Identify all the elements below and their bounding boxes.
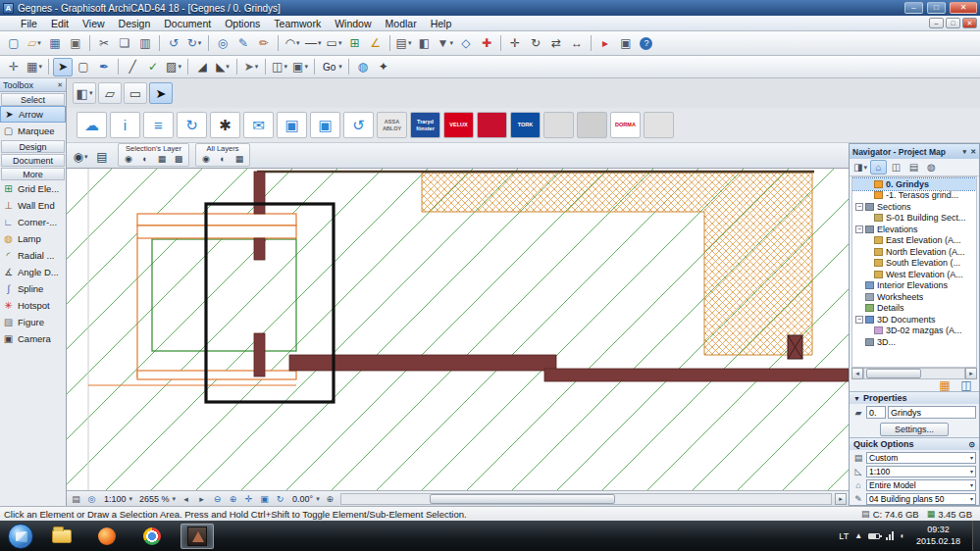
favorites-icon[interactable]: ◧▾ — [73, 82, 96, 104]
brand-red-logo-icon[interactable] — [477, 112, 507, 138]
tree-item-sections[interactable]: −Sections — [852, 201, 976, 213]
all-layers-lock-icon[interactable]: ▦ — [232, 153, 246, 165]
publisher-icon[interactable]: ◍ — [923, 160, 940, 175]
guide-lines-icon[interactable]: ∠ — [366, 34, 386, 53]
settings-button[interactable]: Settings... — [880, 423, 949, 436]
cut-icon[interactable]: ✂ — [94, 34, 114, 53]
toolbox-group-design[interactable]: Design — [1, 140, 65, 153]
toolbox-item-hotspot[interactable]: ✳Hotspot — [0, 297, 66, 314]
confirm-icon[interactable]: ✓ — [143, 58, 163, 76]
gravity-icon[interactable]: ▼▾ — [436, 34, 455, 53]
fill-pen-icon[interactable]: ▨▾ — [164, 58, 183, 76]
tray-expand-icon[interactable]: ▲ — [854, 531, 862, 540]
marquee-tool-icon[interactable]: ▢ — [74, 58, 93, 76]
virtual-trace-icon[interactable]: ▣▾ — [290, 58, 310, 76]
sync-icon[interactable]: ↺ — [343, 112, 374, 138]
selection-layer-hide-icon[interactable]: ▩ — [172, 153, 185, 165]
toolbox-item-arrow[interactable]: ➤Arrow — [0, 106, 66, 123]
menu-window[interactable]: Window — [328, 16, 378, 30]
assa-abloy-logo-icon[interactable]: ASSA ABLOY — [377, 112, 407, 138]
trarydfonster-logo-icon[interactable]: Traryd fönster — [410, 112, 440, 138]
taskbar-browser-icon[interactable] — [90, 524, 124, 549]
layout-book-icon[interactable]: ▤ — [905, 160, 922, 175]
arrow-tool-icon[interactable]: ➤ — [53, 58, 73, 76]
show-desktop-button[interactable] — [972, 521, 980, 551]
layers-icon[interactable]: ▤▾ — [394, 34, 414, 53]
rotation-combo[interactable]: 0.00°▾ — [288, 492, 322, 505]
tree-expander-icon[interactable]: − — [855, 316, 863, 324]
move-icon[interactable]: ✛ — [505, 34, 525, 53]
menu-edit[interactable]: Edit — [44, 16, 76, 30]
project-chooser-icon[interactable]: ◨▾ — [851, 160, 869, 175]
arrow-cursor-icon[interactable]: ➤ — [149, 82, 173, 104]
groups-icon[interactable]: ◧ — [415, 34, 435, 53]
pin-icon[interactable]: ⊙ — [968, 440, 975, 449]
menu-design[interactable]: Design — [112, 16, 158, 30]
zoom-preset-icon[interactable]: ◎ — [84, 492, 99, 505]
scrollbar-thumb[interactable] — [430, 494, 616, 504]
toolbox-group-document[interactable]: Document — [1, 154, 65, 167]
redo-icon[interactable]: ↻▾ — [184, 34, 204, 53]
tree-item-interior-elevations[interactable]: Interior Elevations — [852, 280, 976, 292]
tree-item-details[interactable]: Details — [852, 303, 976, 315]
network-icon[interactable] — [886, 531, 894, 540]
navigator-close-icon[interactable]: ✕ — [970, 148, 976, 156]
toolbox-item-camera[interactable]: ▣Camera — [0, 330, 66, 347]
scale-option-combo[interactable]: 1:100▾ — [866, 466, 976, 477]
view-back-icon[interactable]: ◂ — [179, 492, 193, 505]
copy-icon[interactable]: ❏ — [115, 34, 134, 53]
tree-item-0-grindys[interactable]: 0. Grindys — [852, 178, 976, 190]
brand-light-logo-icon[interactable] — [543, 112, 574, 138]
tree-item-west-elevation-a[interactable]: West Elevation (A... — [852, 269, 976, 280]
tree-item-south-elevation[interactable]: South Elevation (... — [852, 258, 976, 270]
menu-modlar[interactable]: Modlar — [379, 16, 424, 30]
all-layers-show-icon[interactable]: ◉ — [199, 153, 213, 165]
properties-header[interactable]: ▼ Properties — [850, 391, 979, 404]
volume-icon[interactable]: ◖ — [900, 531, 904, 540]
pen-icon[interactable]: ✎ — [233, 34, 253, 53]
menu-file[interactable]: File — [14, 16, 44, 30]
menu-view[interactable]: View — [76, 16, 112, 30]
print-icon[interactable]: ▣ — [66, 34, 85, 53]
find-select-icon[interactable]: ◎ — [213, 34, 232, 53]
close-button[interactable]: ✕ — [950, 2, 977, 14]
velux-logo-icon[interactable]: VELUX — [443, 112, 474, 138]
go[interactable]: Go▾ — [319, 58, 344, 76]
pick-up-parameters-icon[interactable]: ✒ — [94, 58, 114, 76]
toolbox-group-select[interactable]: Select — [1, 93, 65, 106]
line-geometry-icon[interactable]: —▾ — [303, 34, 324, 53]
story-name-field[interactable]: Grindys — [888, 406, 976, 419]
tork-logo-icon[interactable]: TORK — [510, 112, 541, 138]
geometry-rect-icon[interactable]: ▭ — [124, 82, 147, 104]
zoom-plus-icon[interactable]: ⊕ — [323, 492, 337, 505]
box-geometry-icon[interactable]: ▭▾ — [325, 34, 344, 53]
structure-display-combo[interactable]: Entire Model▾ — [866, 479, 976, 491]
orbit-icon[interactable]: ↻ — [273, 492, 287, 505]
help-icon[interactable]: ? — [637, 34, 656, 53]
tray-language[interactable]: LT — [839, 531, 849, 541]
fit-in-window-icon[interactable]: ▣ — [257, 492, 272, 505]
minimize-button[interactable]: – — [904, 2, 923, 14]
save-icon[interactable]: ▦ — [45, 34, 65, 53]
grid-display-icon[interactable]: ▦▾ — [25, 58, 44, 76]
arc-geometry-icon[interactable]: ◠▾ — [283, 34, 302, 53]
stretch-icon[interactable]: ↔ — [567, 34, 587, 53]
pages-icon[interactable]: ▤ — [69, 492, 83, 505]
pan-icon[interactable]: ✛ — [241, 492, 256, 505]
trace-reference-icon[interactable]: ◫▾ — [270, 58, 289, 76]
pen-set-combo[interactable]: 04 Building plans 50▾ — [866, 493, 976, 505]
markup-icon[interactable]: ▸ — [595, 34, 615, 53]
taskbar-archicad-icon[interactable] — [181, 524, 214, 549]
refresh-icon[interactable]: ↻ — [177, 112, 207, 138]
zoom-in-icon[interactable]: ⊕ — [226, 492, 240, 505]
tree-item-north-elevation-a[interactable]: North Elevation (A... — [852, 246, 976, 258]
toolbox-item-figure[interactable]: ▨Figure — [0, 314, 66, 330]
toolbox-item-grid-ele[interactable]: ⊞Grid Ele... — [0, 180, 66, 197]
tree-expander-icon[interactable]: − — [855, 225, 863, 233]
story-id-field[interactable]: 0. — [866, 406, 886, 419]
mdi-restore-button[interactable]: □ — [946, 18, 960, 28]
cloud-download-icon[interactable]: ☁ — [77, 112, 107, 138]
tree-item-3d-documents[interactable]: −3D Documents — [852, 314, 976, 326]
project-map-icon[interactable]: ⌂ — [870, 160, 887, 175]
all-layers-solid-icon[interactable]: ◐ — [216, 153, 230, 165]
